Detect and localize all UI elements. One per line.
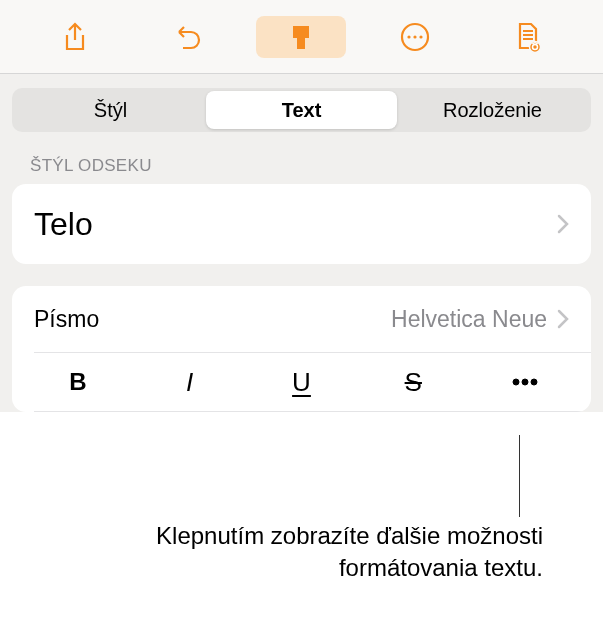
paragraph-style-name: Telo [34, 206, 93, 243]
paragraph-style-row[interactable]: Telo [12, 184, 591, 264]
svg-point-8 [531, 379, 537, 385]
brush-icon [287, 22, 315, 52]
more-options-button[interactable] [469, 353, 581, 411]
paragraph-style-header: ŠTÝL ODSEKU [30, 156, 591, 176]
format-button[interactable] [256, 16, 346, 58]
svg-point-3 [419, 35, 422, 38]
italic-button[interactable]: I [134, 353, 246, 411]
svg-point-7 [522, 379, 528, 385]
undo-button[interactable] [143, 16, 233, 58]
strikethrough-button[interactable]: S [357, 353, 469, 411]
document-button[interactable] [483, 16, 573, 58]
underline-button[interactable]: U [246, 353, 358, 411]
bold-label: B [69, 368, 86, 396]
format-row: B I U S [12, 353, 591, 411]
svg-point-6 [513, 379, 519, 385]
chevron-right-icon [557, 309, 569, 329]
share-icon [62, 22, 88, 52]
tab-layout[interactable]: Rozloženie [397, 91, 588, 129]
font-value: Helvetica Neue [391, 306, 547, 333]
divider [34, 411, 591, 412]
format-panel: Štýl Text Rozloženie ŠTÝL ODSEKU Telo Pí… [0, 74, 603, 412]
more-circle-icon [399, 21, 431, 53]
bold-button[interactable]: B [22, 353, 134, 411]
paragraph-style-card: Telo [12, 184, 591, 264]
tab-label: Text [282, 99, 322, 122]
callout-leader-line [519, 435, 520, 517]
svg-point-2 [413, 35, 416, 38]
font-card: Písmo Helvetica Neue B I U S [12, 286, 591, 412]
underline-label: U [292, 367, 311, 398]
tab-label: Rozloženie [443, 99, 542, 122]
svg-point-1 [407, 35, 410, 38]
tab-style[interactable]: Štýl [15, 91, 206, 129]
italic-label: I [186, 367, 193, 398]
segmented-control: Štýl Text Rozloženie [12, 88, 591, 132]
tab-text[interactable]: Text [206, 91, 397, 129]
share-button[interactable] [30, 16, 120, 58]
tab-label: Štýl [94, 99, 127, 122]
strike-label: S [405, 367, 422, 398]
ellipsis-icon [511, 378, 539, 386]
undo-icon [173, 22, 203, 52]
font-row[interactable]: Písmo Helvetica Neue [12, 286, 591, 352]
top-toolbar [0, 0, 603, 74]
callout-text: Klepnutím zobrazíte ďalšie možnosti form… [90, 520, 543, 583]
chevron-right-icon [557, 214, 569, 234]
document-icon [514, 21, 542, 53]
font-label: Písmo [34, 306, 99, 333]
more-button[interactable] [370, 16, 460, 58]
